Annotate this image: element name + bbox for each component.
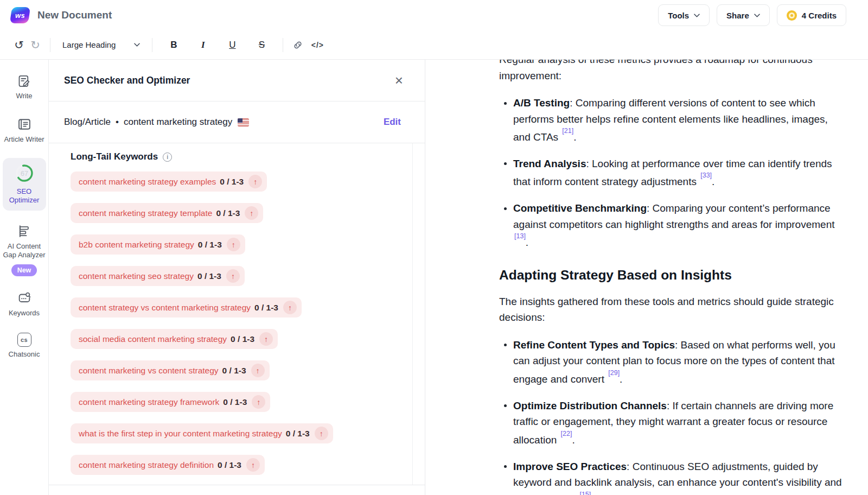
scroll-track[interactable] [412,143,413,485]
credits-button[interactable]: 4 Credits [777,4,846,26]
document-editor[interactable]: Regular analysis of these metrics provid… [425,60,868,495]
undo-button[interactable]: ↺ [11,37,27,53]
sidebar-item-write[interactable]: Write [3,74,46,100]
document-title[interactable]: New Document [37,9,112,21]
list-item: Refine Content Types and Topics: Based o… [499,337,847,388]
redo-button[interactable]: ↻ [27,37,43,53]
keyword-count: 0 / 1-3 [198,240,222,250]
sidebar-item-chatsonic[interactable]: cs Chatsonic [3,333,46,359]
sidebar-item-seo-optimizer[interactable]: 67 SEO Optimizer [3,158,46,211]
bullet-suffix: . [573,131,576,143]
keyword-count: 0 / 1-3 [223,397,247,407]
citation-link[interactable]: [21] [562,127,573,135]
insert-keyword-arrow-icon[interactable]: ↑ [315,427,328,440]
keyword-text: content marketing vs content strategy [79,366,219,376]
bullet-term: Improve SEO Practices [513,461,627,472]
credits-label: 4 Credits [802,11,837,20]
keyword-pill[interactable]: content marketing strategy examples 0 / … [71,172,267,192]
document-content: Regular analysis of these metrics provid… [499,60,847,495]
sidebar-item-label: AI Content Gap Analyzer [3,242,46,259]
insert-keyword-arrow-icon[interactable]: ↑ [227,238,240,251]
keyword-text: what is the first step in your content m… [79,429,282,439]
bullet-term: Optimize Distribution Channels [513,400,667,411]
bullet-term: Trend Analysis [513,158,586,169]
insert-keyword-arrow-icon[interactable]: ↑ [251,364,265,377]
logo-text: ws [15,11,25,20]
panel-subheader: Blog/Article • content marketing strateg… [49,101,425,143]
citation-link[interactable]: [33] [700,172,712,179]
paragraph: Regular analysis of these metrics provid… [499,60,847,84]
insert-keyword-arrow-icon[interactable]: ↑ [226,269,240,283]
toolbar-divider [50,38,50,52]
keyword-pill[interactable]: content strategy vs content marketing st… [71,297,302,318]
sidebar-item-ai-content-gap-analyzer[interactable]: AI Content Gap Analyzer New [3,224,46,276]
link-icon [292,40,303,50]
bold-button[interactable]: B [164,37,183,53]
keyword-count: 0 / 1-3 [197,271,221,281]
insert-keyword-arrow-icon[interactable]: ↑ [246,458,260,472]
keyword-pill[interactable]: content marketing strategy definition 0 … [71,455,265,475]
citation-link[interactable]: [13] [514,232,526,240]
citation-link[interactable]: [15] [579,491,591,495]
keyword-text: content marketing strategy definition [79,460,214,470]
write-icon [17,74,31,88]
list-item: Optimize Distribution Channels: If certa… [499,398,847,448]
chevron-down-icon [134,43,140,47]
text-style-dropdown[interactable]: Large Heading [57,36,145,54]
insert-keyword-arrow-icon[interactable]: ↑ [252,395,265,409]
keyword-count: 0 / 1-3 [231,334,254,344]
keyword-count: 0 / 1-3 [286,429,310,439]
section-heading: Adapting Strategy Based on Insights [499,266,847,284]
bullet-term: Refine Content Types and Topics [513,339,675,351]
panel-footer [49,485,425,495]
insert-keyword-arrow-icon[interactable]: ↑ [259,332,273,346]
new-badge: New [11,264,37,276]
close-icon[interactable]: × [395,73,403,87]
panel-title: SEO Checker and Optimizer [64,75,190,86]
citation-link[interactable]: [22] [561,430,572,437]
long-tail-keywords-section: Long-Tail Keywords i content marketing s… [49,143,425,485]
info-icon[interactable]: i [163,153,172,162]
section-title: Long-Tail Keywords [71,151,158,162]
code-button[interactable]: </> [309,37,326,53]
sidebar-item-label: Write [16,92,32,100]
italic-button[interactable]: I [194,37,212,53]
us-flag-icon [238,118,249,126]
tools-button[interactable]: Tools [658,4,710,26]
writesonic-logo-icon[interactable]: ws [10,7,30,23]
keyword-count: 0 / 1-3 [222,366,246,376]
keyword-pill[interactable]: content marketing strategy framework 0 /… [71,392,270,412]
edit-button[interactable]: Edit [384,117,401,128]
main-area: Write Article Writer 67 SEO Optimizer AI… [0,60,868,495]
list-item: Trend Analysis: Looking at performance o… [499,156,847,190]
keyword-text: content strategy vs content marketing st… [79,303,251,313]
link-button[interactable] [290,37,306,53]
bullet-term: Competitive Benchmarking [513,202,647,214]
app-root: ws New Document Tools Share 4 Credits ↺ … [0,0,868,495]
keyword-pill[interactable]: content marketing strategy template 0 / … [71,203,263,223]
chevron-down-icon [754,14,760,17]
sidebar-item-keywords[interactable]: Keywords [3,290,46,318]
chevron-down-icon [694,14,700,17]
bullet-suffix: . [712,176,714,188]
chatsonic-icon: cs [17,333,31,347]
share-button[interactable]: Share [717,4,770,26]
insert-keyword-arrow-icon[interactable]: ↑ [245,206,258,220]
seo-target-summary: Blog/Article • content marketing strateg… [64,117,249,128]
keyword-pill[interactable]: b2b content marketing strategy 0 / 1-3 ↑ [71,234,245,255]
keyword-pill[interactable]: content marketing seo strategy 0 / 1-3 ↑ [71,266,245,286]
keyword-pill[interactable]: content marketing vs content strategy 0 … [71,360,270,380]
citation-link[interactable]: [29] [608,369,620,377]
keyword-pill[interactable]: what is the first step in your content m… [71,423,333,443]
brand: ws New Document [11,7,112,23]
sidebar-item-article-writer[interactable]: Article Writer [3,117,46,144]
insert-keyword-arrow-icon[interactable]: ↑ [248,175,262,188]
bullet-suffix: . [526,237,528,248]
sidebar-item-label: Chatsonic [9,350,40,359]
insert-keyword-arrow-icon[interactable]: ↑ [283,301,297,314]
keyword-text: b2b content marketing strategy [79,240,194,250]
toolbar-divider [152,38,152,52]
keyword-pill[interactable]: social media content marketing strategy … [71,329,278,349]
strikethrough-button[interactable]: S [252,37,271,53]
underline-button[interactable]: U [223,37,241,53]
